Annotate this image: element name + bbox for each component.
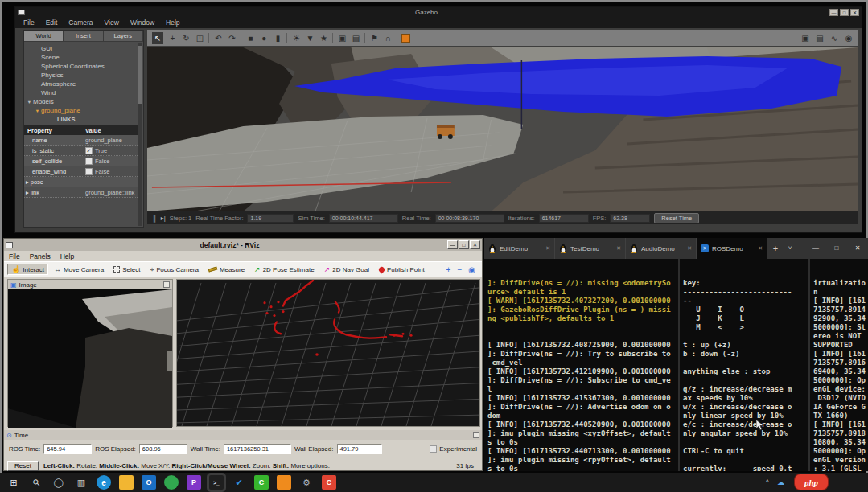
interact-tool-button[interactable]: ☝ Interact [7,264,48,275]
reset-time-button[interactable]: Reset Time [654,213,699,223]
file-explorer-icon[interactable] [119,475,134,490]
tree-item-models[interactable]: ▾ Models [24,97,143,106]
insert-model-icon[interactable] [401,34,410,43]
translate-tool-icon[interactable]: + [167,32,177,44]
close-button[interactable]: ✕ [850,9,859,16]
log-record-icon[interactable]: ▤ [815,32,825,44]
menu-item[interactable]: Panels [30,252,51,260]
sphere-shape-icon[interactable]: ● [259,32,269,44]
time-panel-header[interactable]: ⊙ Time [4,430,482,440]
edge-browser-icon[interactable]: e [97,475,111,490]
nav-goal-tool-button[interactable]: ↗ 2D Nav Goal [320,264,373,275]
ros-time-field[interactable]: 645.94 [43,444,92,454]
step-button[interactable]: ▸| [161,215,166,222]
ros-elapsed-field[interactable]: 608.96 [139,444,187,454]
close-tab-icon[interactable]: ✕ [616,245,621,252]
menu-item[interactable]: File [23,18,35,27]
property-row-name[interactable]: name ground_plane [24,135,138,146]
maximize-button[interactable]: □ [826,238,847,259]
toolbar-separator[interactable] [397,33,397,43]
spot-light-icon[interactable]: ▼ [305,32,315,44]
tab-layers[interactable]: Layers [104,31,143,42]
tree-item-links[interactable]: LINKS [24,115,143,124]
wall-time-field[interactable]: 1617136250.31 [224,444,291,454]
rviz-3d-view[interactable] [176,279,480,427]
copy-icon[interactable]: ▣ [337,32,347,44]
panel-scrollbar[interactable] [138,43,142,226]
tree-item-wind[interactable]: Wind [24,88,143,97]
search-icon[interactable]: ⚲ [26,472,46,492]
box-shape-icon[interactable]: ■ [245,32,255,44]
panel-detach-button[interactable] [163,281,170,288]
menu-item[interactable]: Help [166,18,179,27]
is-static-checkbox[interactable]: ✓ [85,147,93,154]
tab-dropdown-button[interactable]: ˅ [784,238,796,259]
focus-camera-tool-button[interactable]: ⌖ Focus Camera [146,264,203,276]
rotate-tool-icon[interactable]: ↻ [181,32,191,44]
point-light-icon[interactable]: ☀ [291,32,301,44]
tab-editdemo[interactable]: EditDemo ✕ [484,238,555,259]
menu-item[interactable]: Window [130,18,154,27]
close-tab-icon[interactable]: ✕ [687,245,692,252]
outlook-icon[interactable]: O [142,475,156,490]
publish-point-tool-button[interactable]: Publish Point [375,264,429,275]
snap-icon[interactable]: ∩ [383,32,393,44]
check-app-icon[interactable]: ✔ [232,475,246,490]
image-panel-header[interactable]: ▣ Image [8,280,172,289]
menu-item[interactable]: Edit [46,18,58,27]
undo-icon[interactable]: ↶ [213,32,223,44]
menu-item[interactable]: Camera [68,18,93,27]
toolbar-separator[interactable] [241,33,241,43]
office-app-icon[interactable]: P [187,475,201,490]
screenshot-icon[interactable]: ▣ [800,32,810,44]
tab-rosdemo[interactable]: > ROSDemo ✕ [697,238,767,259]
property-row-is-static[interactable]: is_static ✓True [24,146,138,156]
minimize-button[interactable]: — [447,240,458,249]
tree-item-spherical-coordinates[interactable]: Spherical Coordinates [24,62,143,71]
tree-item-gui[interactable]: GUI [24,44,143,53]
windows-terminal-icon[interactable]: >_ [209,475,224,490]
property-row-link[interactable]: ▸link ground_plane::link [24,187,138,198]
tab-audiodemo[interactable]: AudioDemo ✕ [626,238,697,259]
plot-icon[interactable]: ∿ [829,32,839,44]
task-view-icon[interactable]: ▥ [74,475,88,490]
terminal-pane-teleop[interactable]: key:--------------------------- U I O J … [680,259,808,471]
expander-icon[interactable]: ▸ [26,189,29,196]
toolbar-separator[interactable] [332,33,333,43]
property-row-pose[interactable]: ▸pose [24,177,138,187]
menu-item[interactable]: File [9,252,20,260]
cylinder-shape-icon[interactable]: ▮ [273,32,282,44]
expander-icon[interactable]: ▸ [26,178,29,186]
gazebo-3d-viewport[interactable] [147,47,858,211]
wall-elapsed-field[interactable]: 491.79 [337,444,382,454]
menu-item[interactable]: Help [60,252,74,260]
move-camera-tool-button[interactable]: ↔ Move Camera [50,264,108,275]
property-row-self-collide[interactable]: self_collide False [24,156,138,166]
gazebo-title-bar[interactable]: Gazebo — □ ✕ [15,7,862,17]
pause-button[interactable]: ║ [152,215,157,222]
start-button[interactable]: ⊞ [6,475,21,490]
select-tool-icon[interactable]: ↖ [152,32,163,44]
tree-item-physics[interactable]: Physics [24,71,143,80]
scale-tool-icon[interactable]: ◰ [195,32,204,44]
toolbar-separator[interactable] [364,33,365,43]
toolbar-separator[interactable] [286,33,287,43]
close-tab-icon[interactable]: ✕ [545,245,550,252]
experimental-checkbox[interactable] [430,445,437,453]
property-row-enable-wind[interactable]: enable_wind False [24,166,138,177]
tab-insert[interactable]: Insert [64,31,103,42]
terminal-pane-opengl[interactable]: irtualization[ INFO] [1617135757.8914929… [810,259,868,471]
new-tab-button[interactable]: + [767,238,784,259]
orange-app-icon[interactable] [277,475,291,490]
tree-item-ground-plane[interactable]: ▾ ground_plane [24,106,143,115]
measure-tool-button[interactable]: Measure [204,264,249,275]
reset-button[interactable]: Reset [7,461,39,471]
pose-estimate-tool-button[interactable]: ↗ 2D Pose Estimate [250,264,319,275]
minimize-button[interactable]: — [805,238,826,259]
directional-light-icon[interactable]: ★ [319,32,328,44]
maximize-button[interactable]: □ [840,9,849,16]
paste-icon[interactable]: ▤ [351,32,360,44]
tab-world[interactable]: World [24,31,64,42]
close-tab-icon[interactable]: ✕ [758,245,763,252]
remove-tool-button[interactable]: − [457,265,462,274]
